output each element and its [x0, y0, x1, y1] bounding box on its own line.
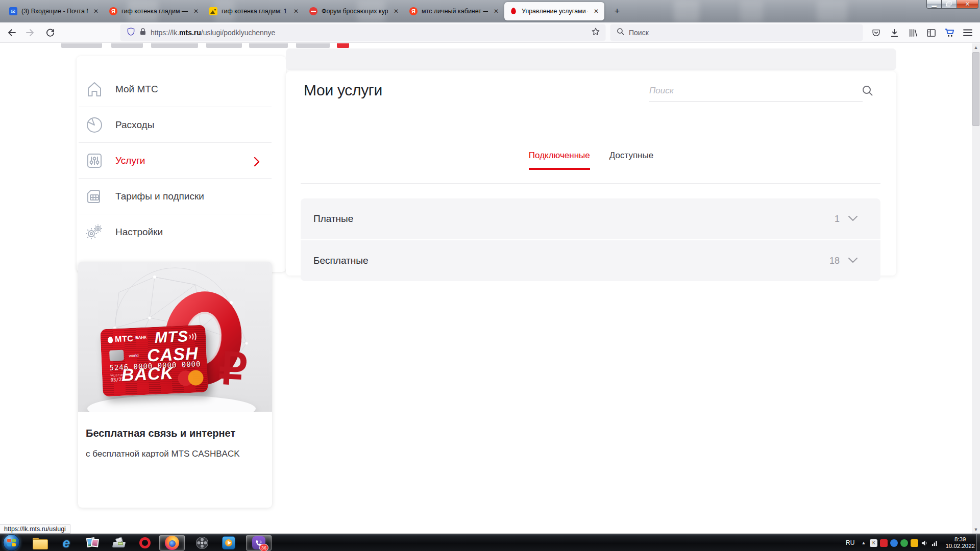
forward-button[interactable] [22, 24, 39, 41]
clipped-header-fragment-red [337, 43, 349, 48]
taskbar-viber[interactable]: 36 [246, 535, 272, 550]
sidebar-item-expenses[interactable]: Расходы [77, 107, 286, 143]
page-content: Мой МТС Расходы Услуги [0, 43, 972, 534]
windows-flag-icon [7, 539, 16, 546]
taskbar-firefox-active[interactable] [159, 535, 185, 550]
tab-images[interactable]: гиф котенка гладим: 1 тыс изо ✕ [204, 2, 304, 20]
scroll-up-arrow[interactable]: ▲ [972, 43, 980, 52]
menu-hamburger-icon[interactable] [960, 24, 976, 41]
ruble-sign: ₽ [217, 343, 248, 395]
tab-close-icon[interactable]: ✕ [592, 7, 600, 15]
sidebar-item-settings[interactable]: Настройки [77, 214, 286, 250]
tray-icon-messenger[interactable] [890, 539, 898, 547]
url-bar[interactable]: https://lk.mts.ru/uslugi/podklyuchennye [120, 24, 605, 41]
tray-icon-keyboard[interactable]: K [870, 539, 877, 547]
tray-icon-mail[interactable] [911, 539, 918, 547]
network-icon[interactable] [931, 539, 939, 547]
accordion-paid[interactable]: Платные 1 [301, 198, 880, 239]
tab-connected[interactable]: Подключенные [529, 151, 590, 170]
show-hidden-icons[interactable]: ▲ [860, 539, 867, 547]
scrollbar-thumb[interactable] [972, 52, 979, 126]
accordion-free[interactable]: Бесплатные 18 [301, 240, 880, 281]
lock-icon[interactable] [139, 28, 146, 38]
restore-button[interactable] [942, 0, 957, 9]
sidebar-item-label: Мой МТС [115, 84, 158, 95]
tab-mail[interactable]: ✉ (3) Входящие - Почта Mail.ru ✕ [4, 2, 104, 20]
firefox-icon [165, 536, 179, 550]
tray-clock[interactable]: 8:39 10.02.2022 [945, 536, 975, 549]
tab-mts-services-active[interactable]: Управление услугами - Личны ✕ [504, 2, 604, 20]
navigation-toolbar: https://lk.mts.ru/uslugi/podklyuchennye [0, 22, 980, 43]
gears-icon [84, 221, 105, 243]
cart-extension-icon[interactable] [941, 24, 958, 41]
minimize-button[interactable]: ▬ [926, 0, 942, 9]
sim-card-icon [84, 186, 105, 207]
tab-available[interactable]: Доступные [609, 151, 653, 170]
taskbar-windows-media-player[interactable] [217, 535, 240, 550]
tab-close-icon[interactable]: ✕ [192, 7, 200, 15]
sidebar-item-my-mts[interactable]: Мой МТС [77, 71, 286, 107]
browser-search-bar[interactable] [610, 24, 863, 41]
promo-banner-mts-cashback[interactable]: ₽ МТС БАНК MTS CASH BACK world 5246 [78, 262, 272, 508]
tab-title: гиф котенка гладим: 1 тыс изо [222, 8, 288, 15]
downloads-icon[interactable] [886, 24, 902, 41]
status-url-tooltip: https://lk.mts.ru/uslugi [0, 524, 70, 534]
page-scrollbar[interactable]: ▲ ▼ [972, 43, 980, 534]
promo-title: Бесплатная связь и интернет [86, 426, 254, 440]
minimize-icon: ▬ [932, 3, 937, 8]
tab-title: мтс личный кабинет — Яндекс [422, 8, 488, 15]
taskbar-explorer[interactable] [29, 535, 51, 550]
search-icon[interactable] [862, 85, 874, 99]
tray-date: 10.02.2022 [945, 543, 975, 549]
reload-button[interactable] [42, 24, 58, 41]
sidebar-item-services[interactable]: Услуги [77, 143, 286, 179]
pocket-icon[interactable] [868, 24, 884, 41]
back-button[interactable] [3, 24, 19, 41]
pie-chart-icon [84, 114, 105, 136]
sidebars-icon[interactable] [923, 24, 939, 41]
tab-yandex-gif[interactable]: Я гиф котенка гладим — Яндекс ✕ [104, 2, 204, 20]
taskbar-internet-explorer[interactable]: e [55, 535, 78, 550]
film-reel-icon [195, 536, 209, 549]
card-text: MTS [154, 329, 189, 345]
promo-image: ₽ МТС БАНК MTS CASH BACK world 5246 [78, 262, 272, 412]
accordion-count: 1 [835, 214, 840, 224]
browser-search-input[interactable] [629, 29, 843, 37]
scroll-down-arrow[interactable]: ▼ [972, 525, 980, 534]
tab-close-icon[interactable]: ✕ [492, 7, 500, 15]
volume-icon[interactable] [921, 539, 928, 547]
accordion-count: 18 [829, 256, 840, 266]
card-world-label: world [129, 353, 138, 358]
tracking-shield-icon[interactable] [127, 27, 135, 38]
language-indicator[interactable]: RU [846, 539, 854, 546]
close-button[interactable]: ✕ [957, 0, 978, 9]
library-icon[interactable] [904, 24, 921, 41]
taskbar-fax-scanner[interactable] [108, 535, 131, 550]
tab-close-icon[interactable]: ✕ [92, 7, 100, 15]
taskbar-opera[interactable] [134, 535, 156, 550]
chevron-right-icon [252, 156, 261, 169]
sidebar-item-tariffs[interactable]: Тарифы и подписки [77, 179, 286, 214]
new-tab-button[interactable]: + [609, 4, 625, 19]
clipped-header-fragment [151, 43, 198, 48]
tab-close-icon[interactable]: ✕ [292, 7, 300, 15]
start-button[interactable] [3, 534, 20, 551]
tray-icon-antivirus[interactable] [880, 539, 888, 547]
sidebar-item-label: Настройки [115, 227, 163, 238]
system-tray: RU ▲ K 8:39 10.02.2022 [846, 534, 977, 551]
glass-reflection [817, 0, 847, 22]
taskbar-media-player-classic[interactable] [191, 535, 213, 550]
tray-icon-cloud[interactable] [900, 539, 908, 547]
services-card: Мои услуги Подключенные Доступные Платны… [286, 71, 896, 276]
show-desktop-button[interactable] [976, 534, 980, 551]
photos-icon [86, 537, 100, 548]
clipped-header-fragment [61, 43, 102, 48]
services-search-input[interactable] [649, 86, 843, 96]
bookmark-star-icon[interactable] [591, 27, 600, 38]
tab-close-icon[interactable]: ✕ [392, 7, 400, 15]
taskbar-photo-viewer[interactable] [82, 535, 104, 550]
services-search-field[interactable] [649, 86, 863, 102]
tab-forum[interactable]: Форум бросающих курить и п ✕ [304, 2, 404, 20]
tab-yandex-mts[interactable]: Я мтс личный кабинет — Яндекс ✕ [404, 2, 504, 20]
ie-icon: e [63, 536, 70, 549]
